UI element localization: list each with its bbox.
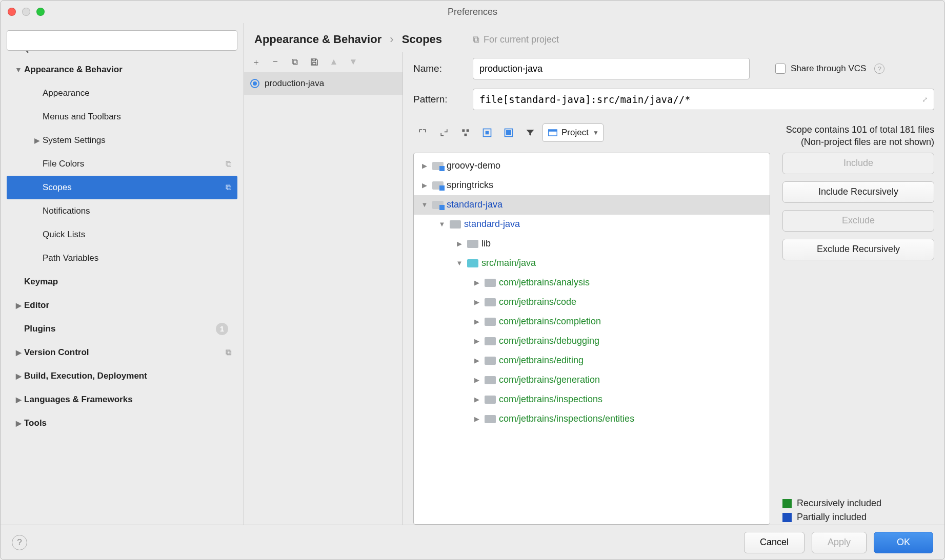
file-tree-label: src/main/java [481, 258, 536, 268]
cancel-button[interactable]: Cancel [744, 532, 805, 553]
move-up-button[interactable]: ▲ [327, 55, 340, 69]
include-button[interactable]: Include [782, 153, 934, 174]
copy-scope-button[interactable]: ⧉ [288, 55, 301, 69]
chevron-right-icon: ▶ [420, 162, 429, 170]
exclude-recursively-button[interactable]: Exclude Recursively [782, 239, 934, 260]
pattern-input[interactable] [473, 89, 934, 110]
settings-tree-item[interactable]: Quick Lists [7, 223, 237, 246]
titlebar: Preferences [1, 1, 944, 23]
settings-tree-item-label: Version Control [24, 347, 237, 358]
save-scope-button[interactable] [308, 55, 321, 69]
settings-tree-item[interactable]: ▶Editor [7, 294, 237, 317]
settings-tree-item[interactable]: Path Variables [7, 246, 237, 270]
file-tree-row[interactable]: ▶com/jetbrains/generation [414, 370, 770, 390]
help-button[interactable]: ? [12, 535, 27, 550]
tree-collapse-button[interactable] [435, 123, 453, 142]
file-tree-row[interactable]: ▶com/jetbrains/debugging [414, 331, 770, 351]
share-through-vcs-checkbox[interactable] [775, 64, 786, 74]
scope-from-label: Project [561, 128, 589, 138]
settings-tree-item[interactable]: Scopes⧉ [7, 176, 237, 199]
chevron-right-icon: ▶ [13, 301, 24, 309]
name-label: Name: [413, 63, 463, 74]
settings-tree-item[interactable]: Appearance [7, 81, 237, 105]
settings-tree-item[interactable]: Plugins1 [7, 317, 237, 341]
settings-tree-item-label: Build, Execution, Deployment [24, 371, 237, 381]
settings-tree-item[interactable]: ▶System Settings [7, 129, 237, 152]
move-down-button[interactable]: ▼ [347, 55, 360, 69]
settings-tree[interactable]: ▼Appearance & BehaviorAppearanceMenus an… [7, 58, 237, 525]
file-tree-row[interactable]: ▶com/jetbrains/analysis [414, 273, 770, 293]
folder-icon [485, 337, 496, 345]
share-through-vcs-label: Share through VCS [791, 64, 866, 74]
settings-tree-item[interactable]: ▶Tools [7, 411, 237, 435]
file-tree-row[interactable]: ▼standard-java [414, 215, 770, 234]
scope-name-input[interactable] [473, 58, 750, 79]
settings-tree-item-label: Scopes [43, 182, 237, 193]
scope-list[interactable]: production-java [244, 72, 403, 95]
ok-button[interactable]: OK [874, 532, 933, 553]
file-tree-row[interactable]: ▶lib [414, 234, 770, 254]
svg-rect-0 [313, 63, 316, 65]
for-current-project-label: ⧉ For current project [473, 34, 559, 45]
file-tree-label: com/jetbrains/editing [499, 355, 584, 366]
settings-tree-item[interactable]: Keymap [7, 270, 237, 294]
scope-list-item[interactable]: production-java [244, 72, 403, 95]
settings-tree-item-label: Appearance & Behavior [24, 65, 237, 75]
file-tree-row[interactable]: ▶com/jetbrains/editing [414, 351, 770, 370]
settings-tree-item[interactable]: ▶Languages & Frameworks [7, 388, 237, 411]
settings-search-input[interactable] [7, 30, 237, 51]
svg-rect-5 [486, 132, 489, 134]
module-icon [432, 162, 444, 170]
file-tree-label: com/jetbrains/analysis [499, 277, 590, 288]
file-tree-row[interactable]: ▶com/jetbrains/completion [414, 312, 770, 331]
file-tree-label: standard-java [447, 199, 502, 210]
settings-tree-item-label: Quick Lists [43, 230, 237, 240]
file-tree-row[interactable]: ▶groovy-demo [414, 156, 770, 176]
legend-swatch-blue [782, 513, 792, 522]
settings-tree-item[interactable]: ▶Version Control⧉ [7, 341, 237, 364]
scope-list-toolbar: ＋ − ⧉ ▲ ▼ [244, 52, 403, 72]
include-recursively-button[interactable]: Include Recursively [782, 181, 934, 203]
file-tree-row[interactable]: ▶com/jetbrains/inspections [414, 390, 770, 409]
show-modules-button[interactable] [478, 123, 496, 142]
settings-tree-item-label: Editor [24, 300, 237, 310]
filter-icon[interactable] [521, 123, 539, 142]
settings-tree-item-label: System Settings [43, 135, 237, 146]
svg-rect-3 [465, 134, 467, 136]
exclude-button[interactable]: Exclude [782, 210, 934, 232]
chevron-right-icon: ▶ [472, 318, 481, 325]
file-tree-row[interactable]: ▼src/main/java [414, 254, 770, 273]
tree-expand-button[interactable] [413, 123, 432, 142]
pattern-label: Pattern: [413, 94, 463, 105]
window-title: Preferences [1, 7, 944, 17]
folder-icon [485, 415, 496, 423]
folder-icon [485, 396, 496, 404]
remove-scope-button[interactable]: − [269, 55, 282, 69]
apply-button[interactable]: Apply [812, 532, 867, 553]
show-files-button[interactable] [499, 123, 518, 142]
file-tree-row[interactable]: ▶springtricks [414, 176, 770, 195]
scope-from-dropdown[interactable]: Project ▼ [542, 123, 604, 142]
folder-icon [485, 376, 496, 384]
settings-tree-item[interactable]: ▼Appearance & Behavior [7, 58, 237, 81]
file-tree-row[interactable]: ▶com/jetbrains/inspections/entities [414, 409, 770, 429]
chevron-right-icon: ▶ [13, 396, 24, 404]
add-scope-button[interactable]: ＋ [249, 55, 263, 69]
settings-tree-item[interactable]: Menus and Toolbars [7, 105, 237, 129]
module-icon [432, 181, 444, 190]
share-help-icon[interactable]: ? [874, 64, 884, 74]
settings-tree-item-label: Languages & Frameworks [24, 395, 237, 405]
settings-tree-item[interactable]: Notifications [7, 199, 237, 223]
file-tree-row[interactable]: ▼standard-java [414, 195, 770, 215]
svg-rect-7 [507, 131, 508, 132]
expand-icon[interactable]: ⤢ [922, 95, 928, 103]
scope-local-icon [250, 79, 259, 88]
settings-tree-item[interactable]: ▶Build, Execution, Deployment [7, 364, 237, 388]
file-tree[interactable]: ▶groovy-demo▶springtricks▼standard-java▼… [413, 153, 770, 525]
file-tree-row[interactable]: ▶com/jetbrains/code [414, 293, 770, 312]
file-tree-label: groovy-demo [447, 160, 500, 171]
folder-icon [485, 298, 496, 306]
svg-rect-8 [509, 131, 511, 132]
tree-structure-button[interactable] [456, 123, 475, 142]
settings-tree-item[interactable]: File Colors⧉ [7, 152, 237, 176]
